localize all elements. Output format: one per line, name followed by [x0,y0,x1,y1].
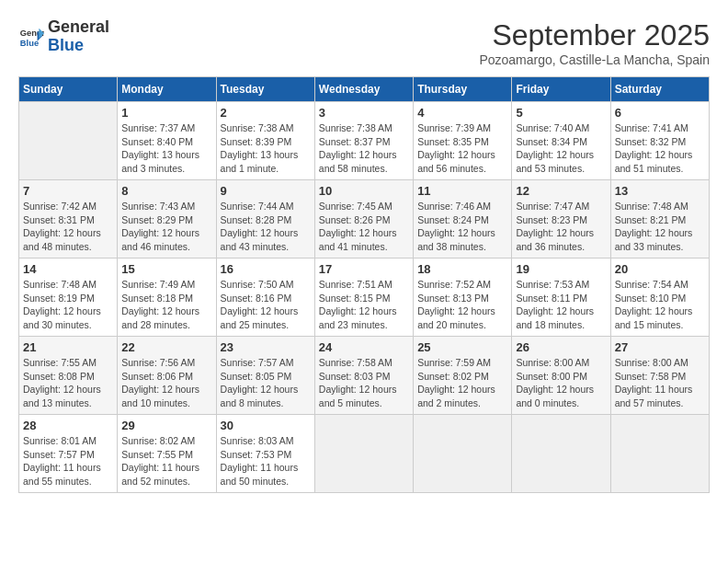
day-info: Sunrise: 7:50 AMSunset: 8:16 PMDaylight:… [221,278,311,332]
day-number: 17 [319,262,409,276]
day-number: 10 [319,184,409,198]
day-info: Sunrise: 8:00 AMSunset: 7:58 PMDaylight:… [615,356,705,410]
day-info: Sunrise: 7:37 AMSunset: 8:40 PMDaylight:… [121,121,211,176]
day-info: Sunrise: 7:38 AMSunset: 8:39 PMDaylight:… [221,121,311,176]
day-number: 15 [121,262,211,276]
day-info: Sunrise: 7:46 AMSunset: 8:24 PMDaylight:… [417,200,507,254]
calendar-day-cell: 28Sunrise: 8:01 AMSunset: 7:57 PMDayligh… [19,415,118,493]
calendar-day-cell: 16Sunrise: 7:50 AMSunset: 8:16 PMDayligh… [216,259,314,337]
calendar-day-cell: 3Sunrise: 7:38 AMSunset: 8:37 PMDaylight… [314,102,413,180]
weekday-header-cell: Monday [118,77,216,102]
calendar-day-cell: 22Sunrise: 7:56 AMSunset: 8:06 PMDayligh… [118,337,216,415]
day-info: Sunrise: 7:44 AMSunset: 8:28 PMDaylight:… [221,200,311,254]
day-number: 28 [23,419,113,432]
day-number: 24 [319,340,409,354]
day-number: 13 [615,184,705,198]
day-info: Sunrise: 7:51 AMSunset: 8:15 PMDaylight:… [319,278,409,332]
day-number: 12 [516,184,606,198]
day-info: Sunrise: 8:01 AMSunset: 7:57 PMDaylight:… [23,434,113,488]
calendar-day-cell: 14Sunrise: 7:48 AMSunset: 8:19 PMDayligh… [19,259,118,337]
day-info: Sunrise: 7:52 AMSunset: 8:13 PMDaylight:… [417,278,507,332]
day-info: Sunrise: 7:56 AMSunset: 8:06 PMDaylight:… [121,356,211,410]
weekday-header-cell: Thursday [414,77,512,102]
day-number: 27 [615,340,705,354]
calendar-day-cell: 23Sunrise: 7:57 AMSunset: 8:05 PMDayligh… [216,337,314,415]
day-info: Sunrise: 8:00 AMSunset: 8:00 PMDaylight:… [516,356,606,410]
logo-icon: General Blue [18,24,44,50]
calendar-day-cell [414,415,512,493]
day-number: 8 [121,184,211,198]
day-number: 2 [221,106,311,120]
day-number: 14 [23,262,113,276]
calendar-day-cell: 18Sunrise: 7:52 AMSunset: 8:13 PMDayligh… [414,259,512,337]
day-info: Sunrise: 8:03 AMSunset: 7:53 PMDaylight:… [221,434,311,488]
day-number: 23 [221,340,311,354]
calendar-day-cell: 24Sunrise: 7:58 AMSunset: 8:03 PMDayligh… [314,337,413,415]
day-number: 16 [221,262,311,276]
day-info: Sunrise: 7:57 AMSunset: 8:05 PMDaylight:… [221,356,311,410]
calendar-day-cell: 19Sunrise: 7:53 AMSunset: 8:11 PMDayligh… [512,259,610,337]
day-number: 29 [121,419,211,432]
weekday-header-cell: Wednesday [314,77,413,102]
weekday-header-cell: Sunday [19,77,118,102]
calendar-day-cell: 11Sunrise: 7:46 AMSunset: 8:24 PMDayligh… [414,180,512,259]
calendar-table: SundayMondayTuesdayWednesdayThursdayFrid… [18,76,710,493]
calendar-day-cell: 12Sunrise: 7:47 AMSunset: 8:23 PMDayligh… [512,180,610,259]
day-info: Sunrise: 7:45 AMSunset: 8:26 PMDaylight:… [319,200,409,254]
day-number: 6 [615,106,705,120]
calendar-day-cell: 21Sunrise: 7:55 AMSunset: 8:08 PMDayligh… [19,337,118,415]
weekday-header-cell: Tuesday [216,77,314,102]
day-number: 25 [417,340,507,354]
day-info: Sunrise: 7:53 AMSunset: 8:11 PMDaylight:… [516,278,606,332]
calendar-day-cell: 8Sunrise: 7:43 AMSunset: 8:29 PMDaylight… [118,180,216,259]
logo: General Blue General Blue [18,18,109,55]
page-header: General Blue General Blue September 2025… [18,18,710,67]
day-number: 21 [23,340,113,354]
calendar-day-cell: 27Sunrise: 8:00 AMSunset: 7:58 PMDayligh… [610,337,709,415]
day-info: Sunrise: 7:58 AMSunset: 8:03 PMDaylight:… [319,356,409,410]
calendar-day-cell: 6Sunrise: 7:41 AMSunset: 8:32 PMDaylight… [610,102,709,180]
calendar-day-cell: 20Sunrise: 7:54 AMSunset: 8:10 PMDayligh… [610,259,709,337]
day-number: 1 [121,106,211,120]
day-number: 20 [615,262,705,276]
calendar-day-cell: 9Sunrise: 7:44 AMSunset: 8:28 PMDaylight… [216,180,314,259]
calendar-day-cell: 2Sunrise: 7:38 AMSunset: 8:39 PMDaylight… [216,102,314,180]
calendar-day-cell [314,415,413,493]
day-info: Sunrise: 7:40 AMSunset: 8:34 PMDaylight:… [516,121,606,176]
day-number: 22 [121,340,211,354]
location-subtitle: Pozoamargo, Castille-La Mancha, Spain [479,52,710,67]
day-info: Sunrise: 7:42 AMSunset: 8:31 PMDaylight:… [23,200,113,254]
calendar-day-cell: 17Sunrise: 7:51 AMSunset: 8:15 PMDayligh… [314,259,413,337]
day-info: Sunrise: 7:55 AMSunset: 8:08 PMDaylight:… [23,356,113,410]
calendar-day-cell: 4Sunrise: 7:39 AMSunset: 8:35 PMDaylight… [414,102,512,180]
calendar-body: 1Sunrise: 7:37 AMSunset: 8:40 PMDaylight… [19,102,710,493]
day-info: Sunrise: 7:43 AMSunset: 8:29 PMDaylight:… [121,200,211,254]
calendar-day-cell: 1Sunrise: 7:37 AMSunset: 8:40 PMDaylight… [118,102,216,180]
calendar-day-cell: 13Sunrise: 7:48 AMSunset: 8:21 PMDayligh… [610,180,709,259]
day-number: 4 [417,106,507,120]
calendar-week-row: 1Sunrise: 7:37 AMSunset: 8:40 PMDaylight… [19,102,710,180]
calendar-day-cell: 30Sunrise: 8:03 AMSunset: 7:53 PMDayligh… [216,415,314,493]
day-info: Sunrise: 7:59 AMSunset: 8:02 PMDaylight:… [417,356,507,410]
day-info: Sunrise: 7:41 AMSunset: 8:32 PMDaylight:… [615,121,705,176]
svg-text:Blue: Blue [20,39,39,48]
title-block: September 2025 Pozoamargo, Castille-La M… [479,18,710,67]
day-info: Sunrise: 7:54 AMSunset: 8:10 PMDaylight:… [615,278,705,332]
logo-text: General Blue [48,18,109,55]
weekday-header-cell: Saturday [610,77,709,102]
calendar-day-cell: 26Sunrise: 8:00 AMSunset: 8:00 PMDayligh… [512,337,610,415]
day-number: 30 [221,419,311,432]
calendar-day-cell [512,415,610,493]
month-title: September 2025 [479,18,710,52]
calendar-week-row: 21Sunrise: 7:55 AMSunset: 8:08 PMDayligh… [19,337,710,415]
calendar-week-row: 7Sunrise: 7:42 AMSunset: 8:31 PMDaylight… [19,180,710,259]
day-info: Sunrise: 7:48 AMSunset: 8:19 PMDaylight:… [23,278,113,332]
day-number: 9 [221,184,311,198]
day-number: 7 [23,184,113,198]
day-number: 5 [516,106,606,120]
calendar-day-cell: 25Sunrise: 7:59 AMSunset: 8:02 PMDayligh… [414,337,512,415]
calendar-day-cell [610,415,709,493]
calendar-day-cell [19,102,118,180]
calendar-day-cell: 15Sunrise: 7:49 AMSunset: 8:18 PMDayligh… [118,259,216,337]
day-info: Sunrise: 7:48 AMSunset: 8:21 PMDaylight:… [615,200,705,254]
